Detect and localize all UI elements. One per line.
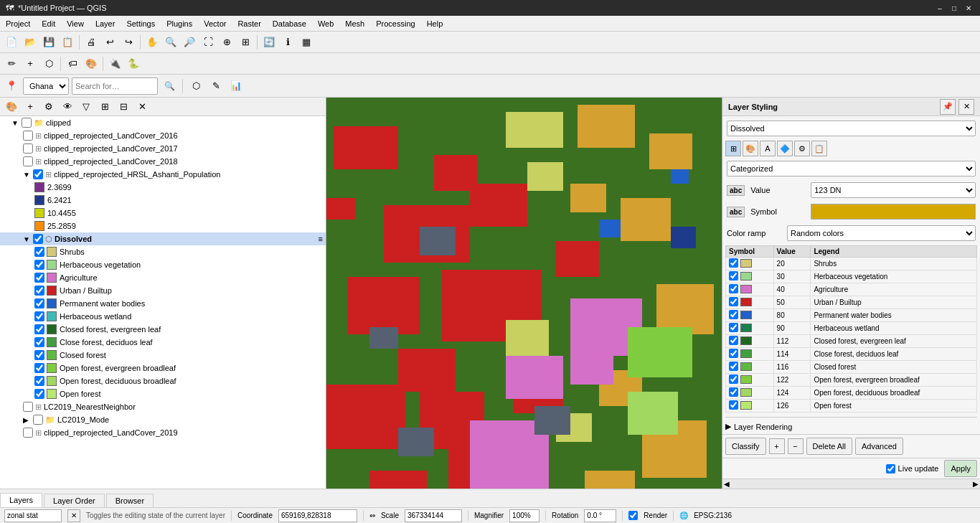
scale-input[interactable] [405, 509, 462, 522]
edit-node-button[interactable]: ⬡ [40, 55, 57, 72]
zoom-full-button[interactable]: ⛶ [199, 34, 217, 51]
dissolved-options-icon[interactable]: ≡ [319, 235, 323, 243]
menu-item-raster[interactable]: Raster [232, 16, 266, 32]
rotation-input[interactable] [584, 509, 616, 522]
layer-checkbox-hrsl[interactable] [33, 169, 43, 179]
styling-scroll-left[interactable]: ◀ [724, 479, 730, 489]
cat-color-8[interactable] [740, 362, 752, 371]
feature-select-button[interactable]: ⬡ [187, 77, 204, 95]
styling-renderer-icon-2[interactable]: 🎨 [743, 141, 758, 156]
layer-checkbox-lc2019[interactable] [23, 428, 33, 438]
cat-color-11[interactable] [740, 401, 752, 410]
cat-check-0[interactable] [729, 258, 738, 268]
cat-check-1[interactable] [729, 271, 738, 281]
location-select[interactable]: Ghana [23, 77, 69, 95]
cat-checkbox-openforest-ev[interactable] [34, 363, 44, 373]
cat-checkbox-closedforest-ev[interactable] [34, 324, 44, 334]
search-input[interactable] [72, 77, 158, 95]
cat-checkbox-closedforest[interactable] [34, 350, 44, 360]
cat-checkbox-urban[interactable] [34, 286, 44, 296]
select-button[interactable]: ▦ [298, 34, 315, 51]
cat-checkbox-agri[interactable] [34, 273, 44, 283]
remove-category-button[interactable]: − [788, 438, 804, 454]
styling-layer-select[interactable]: Dissolved [727, 121, 976, 136]
menu-item-web[interactable]: Web [312, 16, 339, 32]
styling-renderer-icon-5[interactable]: ⚙ [794, 141, 810, 156]
styling-pin-button[interactable]: 📌 [940, 99, 956, 115]
layer-item-lc2016[interactable]: ⊞ clipped_reprojected_LandCover_2016 [0, 129, 326, 142]
zoom-selection-button[interactable]: ⊞ [237, 34, 254, 51]
layer-rendering-header[interactable]: ▶ Layer Rendering [725, 420, 977, 433]
expand-all-button[interactable]: ⊞ [96, 98, 113, 116]
render-checkbox[interactable] [628, 511, 638, 520]
layer-checkbox-dissolved[interactable] [33, 234, 43, 244]
cat-color-0[interactable] [740, 259, 752, 268]
python-button[interactable]: 🐍 [125, 55, 142, 72]
cat-color-3[interactable] [740, 298, 752, 306]
layer-checkbox-clipped[interactable] [22, 118, 32, 128]
cat-check-7[interactable] [729, 349, 738, 358]
lc2019mode-expand[interactable]: ▶ [23, 416, 33, 424]
styling-renderer-icon-4[interactable]: 🔷 [777, 141, 793, 156]
attribute-table-button[interactable]: 📊 [227, 77, 245, 95]
maximize-button[interactable]: □ [948, 2, 960, 14]
minimize-button[interactable]: – [934, 2, 946, 14]
menu-item-mesh[interactable]: Mesh [339, 16, 370, 32]
expand-icon[interactable]: ▼ [11, 119, 22, 127]
value-select[interactable]: 123 DN [811, 182, 976, 198]
pan-button[interactable]: ✋ [143, 34, 161, 51]
styling-renderer-icon-6[interactable]: 📋 [811, 141, 827, 156]
menu-item-processing[interactable]: Processing [370, 16, 420, 32]
cat-check-9[interactable] [729, 374, 738, 384]
hrsl-expand-icon[interactable]: ▼ [23, 171, 33, 179]
save-as-button[interactable]: 📋 [59, 34, 76, 51]
open-project-button[interactable]: 📂 [22, 34, 39, 51]
dissolved-expand-icon[interactable]: ▼ [23, 235, 33, 243]
label-button[interactable]: 🏷 [64, 55, 81, 72]
status-search-input[interactable] [4, 509, 62, 522]
symbol-swatch[interactable] [811, 204, 976, 220]
add-category-button[interactable]: + [769, 438, 785, 454]
styling-close-button[interactable]: ✕ [958, 99, 974, 115]
save-project-button[interactable]: 💾 [40, 34, 57, 51]
collapse-all-button[interactable]: ⊟ [115, 98, 132, 116]
layer-item-lc2018[interactable]: ⊞ clipped_reprojected_LandCover_2018 [0, 155, 326, 168]
menu-item-help[interactable]: Help [421, 16, 449, 32]
cat-check-2[interactable] [729, 284, 738, 293]
cat-check-4[interactable] [729, 310, 738, 319]
menu-item-view[interactable]: View [61, 16, 90, 32]
layer-item-lc2017[interactable]: ⊞ clipped_reprojected_LandCover_2017 [0, 142, 326, 155]
styling-renderer-icon-3[interactable]: A [760, 141, 776, 156]
zoom-layer-button[interactable]: ⊕ [218, 34, 235, 51]
magnifier-input[interactable] [509, 509, 540, 522]
menu-item-project[interactable]: Project [0, 16, 36, 32]
tab-layer-order[interactable]: Layer Order [44, 494, 105, 507]
cat-check-5[interactable] [729, 323, 738, 332]
refresh-button[interactable]: 🔄 [260, 34, 278, 51]
styling-renderer-icon-1[interactable]: ⊞ [725, 141, 741, 156]
layer-item-lc2019nn[interactable]: ⊞ LC2019_NearestNeighbor [0, 400, 326, 413]
redo-button[interactable]: ↪ [120, 34, 137, 51]
classify-button[interactable]: Classify [725, 438, 766, 455]
print-button[interactable]: 🖨 [83, 34, 100, 51]
cat-checkbox-openforest-dec[interactable] [34, 376, 44, 386]
color-ramp-select[interactable]: Random colors [787, 225, 976, 241]
menu-item-database[interactable]: Database [267, 16, 312, 32]
layer-item-dissolved[interactable]: ▼ ⬡ Dissolved ≡ [0, 232, 326, 245]
apply-button[interactable]: Apply [944, 460, 977, 477]
cat-checkbox-shrubs[interactable] [34, 247, 44, 257]
map-canvas[interactable] [326, 98, 722, 489]
menu-item-plugins[interactable]: Plugins [161, 16, 198, 32]
search-button[interactable]: 🔍 [161, 77, 178, 95]
layer-item-lc2019[interactable]: ⊞ clipped_reprojected_LandCover_2019 [0, 426, 326, 439]
styling-renderer-select[interactable]: Categorized [727, 161, 976, 176]
layer-checkbox-lc2017[interactable] [23, 143, 33, 154]
layer-group-clipped[interactable]: ▼ 📁 clipped [0, 116, 326, 129]
color-button[interactable]: 🎨 [83, 55, 100, 72]
cat-color-2[interactable] [740, 285, 752, 293]
new-project-button[interactable]: 📄 [3, 34, 20, 51]
cat-color-10[interactable] [740, 388, 752, 397]
filter-button[interactable]: ⚙ [40, 98, 57, 116]
menu-item-layer[interactable]: Layer [90, 16, 121, 32]
cat-color-7[interactable] [740, 349, 752, 358]
